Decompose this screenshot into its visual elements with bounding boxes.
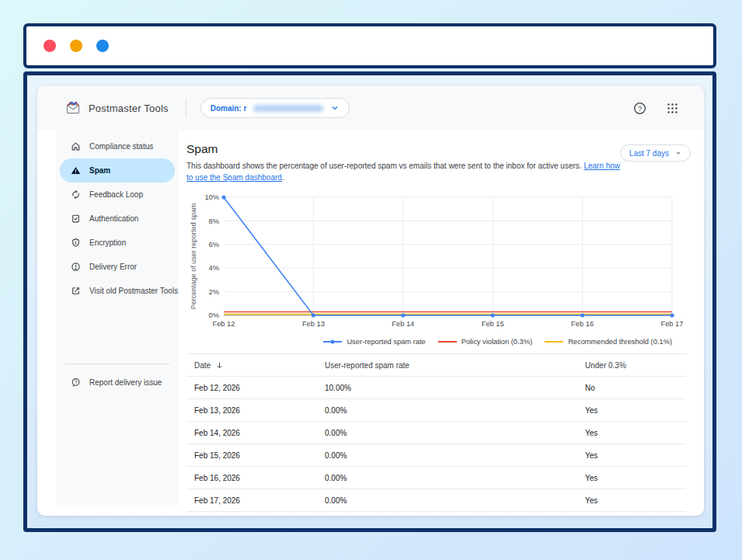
cell-rate: 0.00% xyxy=(325,496,585,505)
column-header-rate: User-reported spam rate xyxy=(325,361,585,370)
sidebar-item-encryption[interactable]: Encryption xyxy=(60,231,175,255)
link-suffix: . xyxy=(282,173,284,182)
spam-rate-chart: 0%2%4%6%8%10%Feb 12Feb 13Feb 14Feb 15Feb… xyxy=(186,191,686,348)
chevron-down-icon xyxy=(330,103,340,113)
cell-rate: 0.00% xyxy=(325,474,585,482)
sidebar-item-label: Feedback Loop xyxy=(89,190,143,199)
page-description: This dashboard shows the percentage of u… xyxy=(186,160,623,183)
cell-rate: 0.00% xyxy=(325,406,585,415)
orange-traffic-dot[interactable] xyxy=(70,40,82,52)
cell-under: Yes xyxy=(585,429,686,437)
table-header-row: DateUser-reported spam rateUnder 0.3% xyxy=(186,354,686,377)
date-range-label: Last 7 days xyxy=(629,149,669,158)
browser-chrome xyxy=(23,23,716,68)
spam-rate-table: DateUser-reported spam rateUnder 0.3%Feb… xyxy=(186,353,686,512)
warning-triangle-icon xyxy=(71,165,81,176)
sidebar-item-label: Spam xyxy=(89,166,110,175)
svg-text:2%: 2% xyxy=(209,288,219,296)
chart-legend: User-reported spam ratePolicy violation … xyxy=(186,336,672,348)
sidebar-item-label: Encryption xyxy=(89,238,126,247)
legend-label: Recommended threshold (0.1%) xyxy=(568,338,672,346)
cell-rate: 0.00% xyxy=(325,451,585,460)
app-frame: Postmaster Tools Domain: r ? xyxy=(23,71,716,532)
svg-text:Feb 13: Feb 13 xyxy=(302,320,325,328)
sidebar-item-delivery-error[interactable]: Delivery Error xyxy=(60,255,175,279)
column-header-date[interactable]: Date xyxy=(194,361,325,370)
authentication-check-icon xyxy=(71,214,81,224)
table-row: Feb 14, 20260.00%Yes xyxy=(186,422,686,444)
svg-text:8%: 8% xyxy=(209,217,219,225)
blue-traffic-dot[interactable] xyxy=(96,40,109,52)
cell-under: Yes xyxy=(585,451,686,460)
cell-under: Yes xyxy=(585,406,686,415)
domain-selector[interactable]: Domain: r xyxy=(200,98,350,118)
cell-under: No xyxy=(585,384,686,392)
cell-rate: 0.00% xyxy=(325,429,585,437)
sidebar-item-authentication[interactable]: Authentication xyxy=(60,207,175,231)
svg-text:10%: 10% xyxy=(204,193,219,201)
feedback-question-icon: ? xyxy=(71,377,81,388)
content-header: Spam This dashboard shows the percentage… xyxy=(186,142,686,183)
sidebar-item-feedback-loop[interactable]: Feedback Loop xyxy=(60,183,175,207)
svg-text:Feb 17: Feb 17 xyxy=(661,320,684,328)
sidebar-item-label: Authentication xyxy=(89,214,138,223)
sidebar-item-spam[interactable]: Spam xyxy=(60,158,175,183)
cell-date: Feb 15, 2026 xyxy=(194,451,325,460)
column-header-label: Date xyxy=(194,361,211,370)
svg-text:?: ? xyxy=(637,104,641,112)
legend-item: Policy violation (0.3%) xyxy=(438,338,532,346)
cell-date: Feb 14, 2026 xyxy=(194,429,325,437)
legend-item: User-reported spam rate xyxy=(323,338,425,346)
header-divider xyxy=(186,99,186,117)
shield-icon xyxy=(71,238,81,248)
svg-text:Feb 12: Feb 12 xyxy=(213,320,235,328)
main-content: Spam This dashboard shows the percentage… xyxy=(186,130,704,516)
svg-text:Feb 16: Feb 16 xyxy=(571,320,594,328)
cell-date: Feb 13, 2026 xyxy=(194,406,325,415)
table-row: Feb 15, 20260.00%Yes xyxy=(186,444,686,467)
legend-marker xyxy=(323,339,342,345)
apps-grid-icon[interactable] xyxy=(662,98,682,118)
svg-text:Percentage of user reported sp: Percentage of user reported spam xyxy=(190,203,197,310)
error-circle-icon xyxy=(71,262,81,272)
cell-under: Yes xyxy=(585,474,686,482)
sidebar-item-label: Report delivery issue xyxy=(89,378,162,387)
cell-rate: 10.00% xyxy=(325,384,585,392)
date-range-selector[interactable]: Last 7 days xyxy=(620,144,691,162)
page-title: Spam xyxy=(186,142,686,156)
home-icon xyxy=(71,141,81,151)
svg-text:Feb 14: Feb 14 xyxy=(392,320,414,328)
legend-item: Recommended threshold (0.1%) xyxy=(545,338,672,346)
help-icon[interactable]: ? xyxy=(629,98,650,118)
app-title: Postmaster Tools xyxy=(89,103,169,114)
domain-label: Domain: r xyxy=(211,104,247,113)
sidebar-divider xyxy=(65,363,169,364)
svg-text:4%: 4% xyxy=(209,264,219,272)
postmaster-logo-icon xyxy=(65,100,81,116)
table-row: Feb 12, 202610.00%No xyxy=(186,377,686,399)
table-row: Feb 17, 20260.00%Yes xyxy=(186,489,686,512)
svg-text:?: ? xyxy=(75,380,77,384)
sidebar-item-report-delivery-issue[interactable]: ?Report delivery issue xyxy=(60,370,175,395)
svg-text:6%: 6% xyxy=(209,241,219,249)
legend-label: User-reported spam rate xyxy=(347,338,425,346)
sidebar-item-label: Delivery Error xyxy=(89,263,137,271)
red-traffic-dot[interactable] xyxy=(44,40,56,52)
loop-icon xyxy=(71,190,81,200)
sidebar-item-compliance-status[interactable]: Compliance status xyxy=(60,134,175,158)
cell-date: Feb 17, 2026 xyxy=(194,496,325,505)
sidebar-item-label: Compliance status xyxy=(89,142,153,151)
sidebar-nav: Compliance statusSpamFeedback LoopAuthen… xyxy=(56,130,179,505)
sidebar-item-visit-old-postmaster-tools[interactable]: Visit old Postmaster Tools xyxy=(60,279,175,303)
sort-descending-icon xyxy=(215,361,224,370)
traffic-lights xyxy=(44,40,109,52)
svg-text:Feb 15: Feb 15 xyxy=(482,320,504,328)
table-row: Feb 13, 20260.00%Yes xyxy=(186,399,686,422)
description-text: This dashboard shows the percentage of u… xyxy=(186,162,582,170)
column-header-under: Under 0.3% xyxy=(585,361,686,370)
domain-redacted-value xyxy=(253,105,323,112)
legend-marker xyxy=(438,339,457,345)
cell-under: Yes xyxy=(585,496,686,505)
cell-date: Feb 12, 2026 xyxy=(194,384,325,392)
sidebar-item-label: Visit old Postmaster Tools xyxy=(89,287,178,295)
